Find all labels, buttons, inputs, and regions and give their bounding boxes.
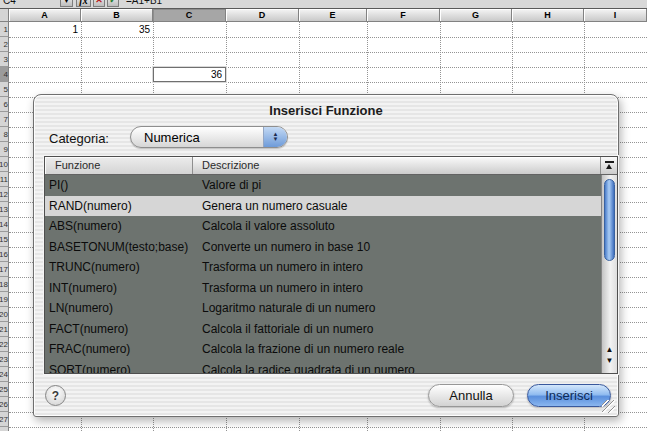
- function-name: FACT(numero): [45, 322, 193, 336]
- column-header-h[interactable]: H: [512, 9, 584, 22]
- column-header-descrizione[interactable]: Descrizione: [193, 157, 600, 174]
- popup-arrows-icon: ▲ ▼: [263, 127, 287, 147]
- function-name: TRUNC(numero): [45, 260, 193, 274]
- sort-ascending-icon: [605, 161, 614, 170]
- function-description: Calcola la frazione di un numero reale: [193, 342, 601, 356]
- row-header-2[interactable]: 2: [0, 37, 9, 52]
- insert-button[interactable]: Inserisci: [527, 384, 611, 407]
- row-header-5[interactable]: 5: [0, 82, 9, 97]
- column-header-c[interactable]: C: [153, 9, 226, 22]
- cell-reference-dropdown-icon[interactable]: ▼: [60, 0, 73, 7]
- cell-B1[interactable]: 35: [81, 22, 153, 37]
- function-description: Genera un numero casuale: [193, 199, 601, 213]
- insert-function-dialog: Inserisci Funzione Categoria: Numerica ▲…: [33, 94, 619, 417]
- scroll-down-icon[interactable]: ▼: [606, 357, 614, 365]
- row-header-16[interactable]: 16: [0, 247, 9, 262]
- row-header-24[interactable]: 24: [0, 367, 9, 382]
- cancel-entry-icon[interactable]: ✕: [93, 0, 105, 7]
- scrollbar-thumb[interactable]: [604, 179, 615, 261]
- function-description: Trasforma un numero in intero: [193, 281, 601, 295]
- function-name: SQRT(numero): [45, 363, 193, 373]
- scrollbar-arrows: ▲ ▼: [602, 346, 617, 365]
- category-popup[interactable]: Numerica ▲ ▼: [130, 126, 288, 148]
- function-row-factnumero[interactable]: FACT(numero)Calcola il fattoriale di un …: [45, 319, 601, 340]
- row-header-7[interactable]: 7: [0, 112, 9, 127]
- row-header-28[interactable]: 28: [0, 427, 9, 431]
- row-header-15[interactable]: 15: [0, 232, 9, 247]
- row-header-14[interactable]: 14: [0, 217, 9, 232]
- cell-C4[interactable]: 36: [153, 67, 226, 82]
- function-description: Valore di pi: [193, 178, 601, 192]
- function-description: Calcola la radice quadrata di un numero: [193, 363, 601, 373]
- column-header-e[interactable]: E: [299, 9, 367, 22]
- resize-handle-icon[interactable]: [602, 400, 615, 413]
- row-header-12[interactable]: 12: [0, 187, 9, 202]
- row-header-19[interactable]: 19: [0, 292, 9, 307]
- column-headers: ABCDEFGHI: [0, 9, 647, 22]
- column-header-i[interactable]: I: [584, 9, 647, 22]
- function-description: Converte un numero in base 10: [193, 240, 601, 254]
- column-header-d[interactable]: D: [226, 9, 299, 22]
- function-list-header: Funzione Descrizione: [45, 157, 617, 175]
- function-name: INT(numero): [45, 281, 193, 295]
- row-header-9[interactable]: 9: [0, 142, 9, 157]
- row-header-23[interactable]: 23: [0, 352, 9, 367]
- function-name: RAND(numero): [45, 199, 193, 213]
- help-button[interactable]: ?: [45, 385, 66, 406]
- grid-line: [9, 67, 647, 68]
- cell-A1[interactable]: 1: [9, 22, 81, 37]
- column-header-b[interactable]: B: [81, 9, 153, 22]
- function-name: LN(numero): [45, 301, 193, 315]
- row-header-13[interactable]: 13: [0, 202, 9, 217]
- cancel-button[interactable]: Annulla: [428, 384, 514, 407]
- row-header-27[interactable]: 27: [0, 412, 9, 427]
- function-row-pi[interactable]: PI()Valore di pi: [45, 175, 601, 196]
- column-header-funzione[interactable]: Funzione: [45, 157, 193, 174]
- function-row-lnnumero[interactable]: LN(numero)Logaritmo naturale di un numer…: [45, 298, 601, 319]
- row-header-17[interactable]: 17: [0, 262, 9, 277]
- function-icon[interactable]: fx: [76, 0, 91, 7]
- function-row-intnumero[interactable]: INT(numero)Trasforma un numero in intero: [45, 278, 601, 299]
- row-header-4[interactable]: 4: [0, 67, 9, 82]
- function-description: Calcola il fattoriale di un numero: [193, 322, 601, 336]
- function-row-truncnumero[interactable]: TRUNC(numero)Trasforma un numero in inte…: [45, 257, 601, 278]
- column-header-g[interactable]: G: [440, 9, 512, 22]
- function-list-frame: Funzione Descrizione PI()Valore di piRAN…: [44, 156, 618, 374]
- row-header-21[interactable]: 21: [0, 322, 9, 337]
- scroll-up-icon[interactable]: ▲: [606, 346, 614, 354]
- row-header-20[interactable]: 20: [0, 307, 9, 322]
- row-header-25[interactable]: 25: [0, 382, 9, 397]
- row-header-22[interactable]: 22: [0, 337, 9, 352]
- grid-line: [9, 427, 647, 428]
- function-name: BASETONUM(testo;base): [45, 240, 193, 254]
- function-name: FRAC(numero): [45, 342, 193, 356]
- function-row-absnumero[interactable]: ABS(numero)Calcola il valore assoluto: [45, 216, 601, 237]
- function-name: PI(): [45, 178, 193, 192]
- accept-entry-icon[interactable]: ✓: [107, 0, 119, 7]
- function-description: Trasforma un numero in intero: [193, 260, 601, 274]
- sort-direction-button[interactable]: [600, 157, 617, 174]
- row-header-26[interactable]: 26: [0, 397, 9, 412]
- row-header-10[interactable]: 10: [0, 157, 9, 172]
- row-headers: 1234567891011121314151617181920212223242…: [0, 0, 9, 431]
- function-description: Calcola il valore assoluto: [193, 219, 601, 233]
- formula-bar-inner: C4 ▼ fx ✕ ✓ =A1+B1: [0, 0, 647, 8]
- dialog-title: Inserisci Funzione: [34, 103, 618, 118]
- row-header-3[interactable]: 3: [0, 52, 9, 67]
- function-row-basetonumtestobase[interactable]: BASETONUM(testo;base)Converte un numero …: [45, 237, 601, 258]
- row-header-6[interactable]: 6: [0, 97, 9, 112]
- row-header-18[interactable]: 18: [0, 277, 9, 292]
- row-header-1[interactable]: 1: [0, 22, 9, 37]
- row-header-11[interactable]: 11: [0, 172, 9, 187]
- column-header-f[interactable]: F: [367, 9, 440, 22]
- function-row-sqrtnumero[interactable]: SQRT(numero)Calcola la radice quadrata d…: [45, 360, 601, 374]
- function-row-randnumero[interactable]: RAND(numero)Genera un numero casuale: [45, 196, 601, 217]
- function-row-fracnumero[interactable]: FRAC(numero)Calcola la frazione di un nu…: [45, 339, 601, 360]
- formula-text[interactable]: =A1+B1: [126, 0, 162, 8]
- column-header-a[interactable]: A: [9, 9, 81, 22]
- function-list: PI()Valore di piRAND(numero)Genera un nu…: [45, 175, 601, 373]
- list-scrollbar[interactable]: ▲ ▼: [601, 175, 617, 373]
- category-value: Numerica: [144, 127, 200, 148]
- row-header-8[interactable]: 8: [0, 127, 9, 142]
- formula-bar: C4 ▼ fx ✕ ✓ =A1+B1: [0, 0, 647, 9]
